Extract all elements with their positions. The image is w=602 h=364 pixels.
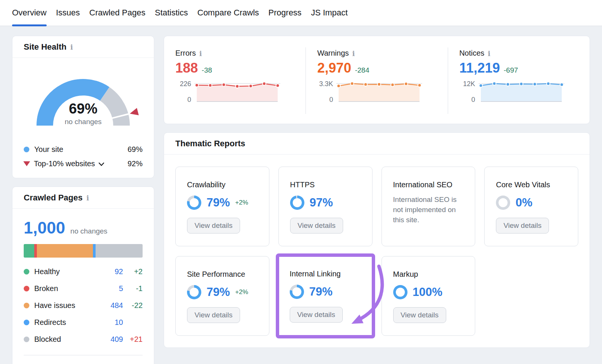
legend-count-link[interactable]: 10: [100, 318, 123, 327]
thematic-percent: 0%: [515, 196, 532, 209]
bar-segment-broken: [34, 244, 37, 258]
thematic-score-row: 97%: [290, 196, 361, 210]
legend-value: 69%: [128, 145, 143, 154]
bar-segment-blocked: [96, 244, 143, 258]
crawled-legend-row: Redirects10: [24, 318, 143, 327]
donut-chart: [187, 196, 201, 210]
left-column: Site Health i 69% no changes Your site69…: [12, 36, 154, 364]
legend-count-link[interactable]: 5: [100, 284, 123, 293]
axis-max-label: 3.3K: [319, 80, 333, 87]
gauge-value: 69%: [27, 101, 140, 117]
thematic-card-title: Crawlability: [187, 180, 258, 189]
tab-issues[interactable]: Issues: [56, 0, 80, 26]
legend-change: -1: [123, 284, 143, 293]
crawled-legend: Healthy92+2Broken5-1Have issues484-22Red…: [24, 267, 143, 344]
legend-label: Broken: [24, 284, 100, 293]
metric-label-row: Noticesi: [459, 49, 579, 58]
view-details-button[interactable]: View details: [290, 307, 343, 323]
metric-errors: Errorsi188-382260: [164, 47, 306, 114]
legend-label-text: Healthy: [34, 267, 60, 276]
legend-change: -22: [123, 301, 143, 310]
crawled-legend-row: Broken5-1: [24, 284, 143, 293]
legend-count-link[interactable]: 484: [100, 301, 123, 310]
gauge-center-text: 69% no changes: [27, 101, 140, 126]
divider: [24, 355, 143, 355]
site-health-body: 69% no changes Your site69%Top-10% websi…: [12, 58, 154, 178]
thematic-card-title: Markup: [393, 270, 464, 279]
view-details-button[interactable]: View details: [496, 218, 549, 234]
main-content: Site Health i 69% no changes Your site69…: [0, 26, 602, 364]
triangle-down-icon: [23, 161, 30, 166]
thematic-card-https: HTTPS97%View details: [278, 167, 372, 246]
thematic-header: Thematic Reports: [164, 133, 590, 155]
donut-chart: [393, 285, 407, 299]
thematic-score-row: 0%: [496, 196, 567, 210]
legend-dot-icon: [24, 269, 29, 275]
axis-labels: 12K0: [459, 80, 475, 104]
thematic-title: Thematic Reports: [175, 139, 245, 149]
donut-chart: [496, 196, 510, 210]
tab-crawled-pages[interactable]: Crawled Pages: [89, 0, 145, 26]
legend-label: Healthy: [24, 267, 100, 276]
info-icon[interactable]: i: [488, 49, 490, 57]
legend-count-link[interactable]: 409: [100, 335, 123, 344]
legend-dot-icon: [24, 286, 29, 291]
metric-label: Notices: [459, 49, 485, 58]
thematic-card-core-web-vitals: Core Web Vitals0%View details: [484, 167, 578, 246]
gauge-note: no changes: [27, 118, 140, 126]
metric-label: Errors: [175, 49, 196, 58]
crawled-note: no changes: [70, 227, 107, 235]
axis-max-label: 12K: [463, 80, 475, 87]
thematic-card-markup: Markup100%View details: [382, 256, 476, 336]
thematic-card-title: Internal Linking: [290, 270, 361, 278]
thematic-card-note: International SEO is not implemented on …: [393, 195, 464, 225]
site-health-legend: Your site69%Top-10% websites92%: [24, 145, 143, 168]
right-column: Errorsi188-382260Warningsi2,970-2843.3K0…: [164, 36, 590, 364]
tab-js-impact[interactable]: JS Impact: [311, 0, 348, 26]
tab-compare-crawls[interactable]: Compare Crawls: [198, 0, 259, 26]
thematic-percent: 79%: [207, 285, 230, 299]
view-details-button[interactable]: View details: [393, 307, 446, 323]
bar-segment-healthy: [24, 244, 34, 258]
thematic-percent: 97%: [310, 196, 333, 209]
info-icon[interactable]: i: [87, 194, 89, 202]
site-health-card: Site Health i 69% no changes Your site69…: [12, 36, 154, 178]
donut-chart: [290, 285, 304, 299]
thematic-card-title: Site Performance: [187, 270, 258, 279]
thematic-percent: 100%: [413, 285, 442, 299]
thematic-card-international-seo: International SEOInternational SEO is no…: [382, 167, 476, 246]
tab-bar: OverviewIssuesCrawled PagesStatisticsCom…: [0, 0, 602, 26]
tab-progress[interactable]: Progress: [268, 0, 301, 26]
info-icon[interactable]: i: [70, 43, 73, 51]
chevron-down-icon[interactable]: [99, 159, 104, 168]
trend-chart-errors: [195, 80, 280, 105]
tab-overview[interactable]: Overview: [12, 0, 47, 26]
crawled-total: 1,000: [24, 218, 65, 237]
crawled-pages-title: Crawled Pages: [24, 193, 83, 203]
info-icon[interactable]: i: [352, 49, 355, 57]
thematic-score-row: 100%: [393, 285, 464, 299]
site-health-title: Site Health: [24, 42, 67, 52]
legend-label-text: Have issues: [34, 301, 75, 310]
metric-warnings: Warningsi2,970-2843.3K0: [306, 47, 447, 114]
legend-count-link[interactable]: 92: [100, 267, 123, 276]
axis-max-label: 226: [180, 80, 191, 87]
axis-labels: 2260: [175, 80, 191, 104]
metric-change: -38: [202, 66, 212, 74]
crawled-legend-row: Healthy92+2: [24, 267, 143, 276]
thematic-card-internal-linking: Internal Linking79%View details: [276, 253, 375, 338]
thematic-card-title: HTTPS: [290, 180, 361, 189]
legend-label-text: Redirects: [34, 318, 66, 327]
view-details-button[interactable]: View details: [187, 218, 240, 234]
metrics-card: Errorsi188-382260Warningsi2,970-2843.3K0…: [164, 36, 590, 124]
thematic-change: +2%: [235, 288, 248, 296]
view-details-button[interactable]: View details: [290, 218, 343, 234]
tab-statistics[interactable]: Statistics: [155, 0, 188, 26]
metric-chart: 2260: [175, 80, 295, 105]
axis-min-label: 0: [187, 96, 191, 103]
legend-dot-icon: [24, 303, 29, 308]
view-details-button[interactable]: View details: [187, 307, 240, 323]
info-icon[interactable]: i: [199, 49, 202, 57]
metric-value: 2,970: [317, 60, 351, 76]
metric-change: -697: [504, 66, 518, 74]
